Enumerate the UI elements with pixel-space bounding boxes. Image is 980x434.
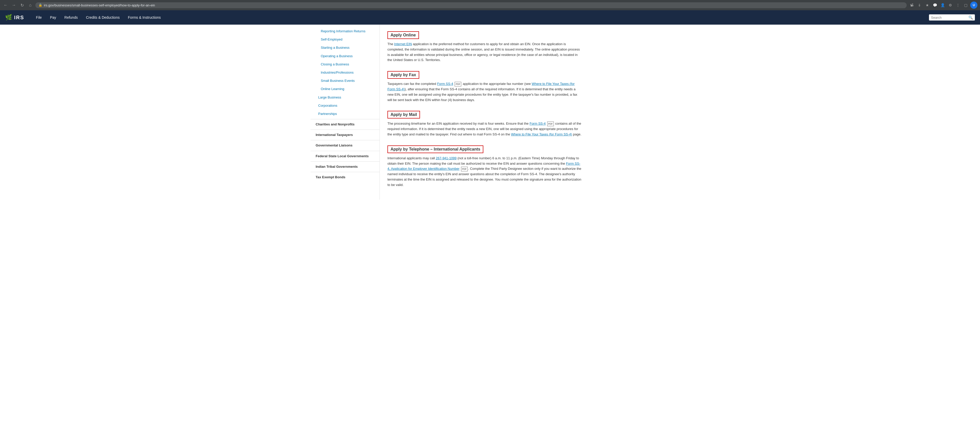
- sidebar-item-corporations[interactable]: Corporations: [310, 102, 380, 110]
- browser-actions: 📽 ⇓ ★ 💬 👤 ⚙ ⋮ ▢ U: [909, 2, 977, 9]
- sidebar-item-large-business[interactable]: Large Business: [310, 93, 380, 102]
- pdf-badge-mail: PDF: [547, 121, 554, 126]
- section-apply-by-fax: Apply by Fax Taxpayers can fax the compl…: [387, 67, 582, 103]
- browser-chrome: ← → ↻ ⌂ 🔒 irs.gov/businesses/small-busin…: [0, 0, 980, 10]
- sidebar-divider-6: [310, 172, 380, 172]
- irs-logo[interactable]: 🌿 IRS: [5, 14, 24, 21]
- refresh-button[interactable]: ↻: [19, 2, 25, 8]
- form-ss4-mail-link[interactable]: Form SS-4: [530, 121, 546, 125]
- sidebar: Reporting Information Returns Self-Emplo…: [310, 25, 380, 199]
- apply-by-fax-heading: Apply by Fax: [387, 71, 419, 79]
- where-to-file-fax-link[interactable]: Where to File Your Taxes (for Form SS-4): [387, 82, 574, 91]
- section-apply-by-telephone: Apply by Telephone – International Appli…: [387, 141, 582, 188]
- section-apply-by-mail: Apply by Mail The processing timeframe f…: [387, 107, 582, 137]
- sidebar-item-small-biz-events[interactable]: Small Business Events: [310, 77, 380, 85]
- apply-by-telephone-text: International applicants may call 267-94…: [387, 156, 582, 188]
- apply-online-heading: Apply Online: [387, 31, 419, 39]
- main-content: Apply Online The Internet EIN applicatio…: [380, 25, 590, 199]
- sidebar-divider-3: [310, 140, 380, 140]
- back-button[interactable]: ←: [3, 2, 9, 8]
- nav-forms[interactable]: Forms & Instructions: [124, 11, 165, 24]
- irs-logo-text: IRS: [14, 14, 24, 21]
- lock-icon: 🔒: [38, 3, 42, 7]
- user-avatar[interactable]: U: [970, 2, 977, 9]
- irs-search-box[interactable]: 🔍: [929, 14, 975, 21]
- sidebar-divider-2: [310, 129, 380, 130]
- address-bar[interactable]: 🔒 irs.gov/businesses/small-businesses-se…: [35, 2, 907, 8]
- cast-icon[interactable]: 📽: [909, 2, 915, 8]
- bookmark-icon[interactable]: ★: [924, 2, 930, 8]
- sidebar-item-reporting[interactable]: Reporting Information Returns: [310, 27, 380, 35]
- pdf-badge-fax: PDF: [455, 82, 461, 86]
- search-input[interactable]: [931, 16, 967, 19]
- sidebar-item-self-employed[interactable]: Self-Employed: [310, 35, 380, 44]
- nav-credits[interactable]: Credits & Deductions: [82, 11, 124, 24]
- nav-pay[interactable]: Pay: [46, 11, 60, 24]
- where-to-file-mail-link[interactable]: Where to File Your Taxes (for Form SS-4): [511, 132, 572, 136]
- telephone-number-link[interactable]: 267-941-1099: [436, 156, 457, 160]
- apply-by-fax-text: Taxpayers can fax the completed Form SS-…: [387, 81, 582, 103]
- sidebar-divider-4: [310, 151, 380, 151]
- irs-logo-icon: 🌿: [5, 14, 12, 21]
- url-text: irs.gov/businesses/small-businesses-self…: [44, 3, 904, 7]
- form-ss4-fax-link[interactable]: Form SS-4: [437, 82, 453, 86]
- sidebar-item-tax-exempt-bonds[interactable]: Tax Exempt Bonds: [310, 173, 380, 181]
- sidebar-item-industries[interactable]: Industries/Professions: [310, 69, 380, 77]
- section-apply-online: Apply Online The Internet EIN applicatio…: [387, 27, 582, 63]
- home-button[interactable]: ⌂: [27, 2, 33, 8]
- apply-by-mail-heading: Apply by Mail: [387, 111, 420, 118]
- main-layout: Reporting Information Returns Self-Emplo…: [310, 25, 670, 199]
- profile-icon2[interactable]: 👤: [940, 2, 946, 8]
- chat-icon[interactable]: 💬: [932, 2, 938, 8]
- irs-nav: File Pay Refunds Credits & Deductions Fo…: [32, 11, 929, 24]
- apply-by-telephone-heading: Apply by Telephone – International Appli…: [387, 145, 483, 153]
- apply-by-mail-text: The processing timeframe for an EIN appl…: [387, 121, 582, 137]
- sidebar-item-govt-liaisons[interactable]: Governmental Liaisons: [310, 141, 380, 150]
- irs-header: 🌿 IRS File Pay Refunds Credits & Deducti…: [0, 10, 980, 25]
- internet-ein-link[interactable]: Internet EIN: [394, 42, 412, 46]
- sidebar-item-starting-business[interactable]: Starting a Business: [310, 44, 380, 52]
- nav-refunds[interactable]: Refunds: [60, 11, 82, 24]
- sidebar-item-closing-business[interactable]: Closing a Business: [310, 60, 380, 69]
- sidebar-item-online-learning[interactable]: Online Learning: [310, 85, 380, 93]
- window-icon[interactable]: ▢: [963, 2, 969, 8]
- apply-online-text: The Internet EIN application is the pref…: [387, 41, 582, 63]
- nav-file[interactable]: File: [32, 11, 46, 24]
- sidebar-item-partnerships[interactable]: Partnerships: [310, 110, 380, 118]
- search-button[interactable]: 🔍: [969, 15, 973, 19]
- download-icon[interactable]: ⇓: [916, 2, 923, 8]
- forward-button[interactable]: →: [11, 2, 17, 8]
- sidebar-item-charities[interactable]: Charities and Nonprofits: [310, 120, 380, 129]
- pdf-badge-telephone: PDF: [461, 167, 468, 171]
- form-ss4-telephone-link[interactable]: Form SS-4, Application for Employer Iden…: [387, 161, 580, 171]
- sidebar-item-intl-taxpayers[interactable]: International Taxpayers: [310, 131, 380, 139]
- apps-icon[interactable]: ⋮: [955, 2, 961, 8]
- extension-icon[interactable]: ⚙: [947, 2, 953, 8]
- sidebar-item-fed-state-local[interactable]: Federal State Local Governments: [310, 152, 380, 160]
- sidebar-item-operating-business[interactable]: Operating a Business: [310, 52, 380, 60]
- sidebar-item-tribal-govts[interactable]: Indian Tribal Governments: [310, 163, 380, 171]
